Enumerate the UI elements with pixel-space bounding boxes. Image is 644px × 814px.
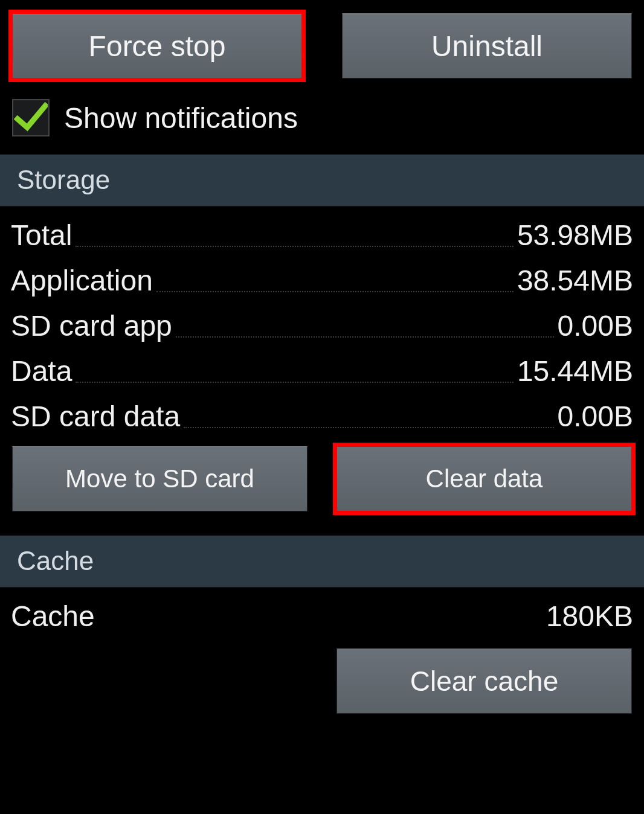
row-filler — [76, 382, 513, 383]
storage-row-application: Application 38.54MB — [11, 252, 633, 297]
cache-rows: Cache 180KB — [0, 588, 644, 635]
show-notifications-row[interactable]: Show notifications — [0, 94, 644, 155]
row-filler — [98, 627, 543, 628]
row-label: SD card data — [11, 400, 180, 433]
cache-buttons-row: Clear cache — [0, 635, 644, 714]
row-filler — [76, 246, 513, 247]
row-label: Data — [11, 354, 72, 388]
row-value: 38.54MB — [517, 264, 633, 297]
cache-row-cache: Cache 180KB — [11, 588, 633, 635]
row-label: SD card app — [11, 309, 172, 342]
row-label: Application — [11, 264, 153, 297]
top-button-row: Force stop Uninstall — [0, 0, 644, 94]
storage-rows: Total 53.98MB Application 38.54MB SD car… — [0, 207, 644, 433]
show-notifications-label: Show notifications — [64, 101, 298, 135]
row-value: 0.00B — [558, 400, 633, 433]
row-value: 0.00B — [558, 309, 633, 342]
row-value: 53.98MB — [517, 219, 633, 252]
storage-row-sdcard-data: SD card data 0.00B — [11, 388, 633, 433]
storage-row-total: Total 53.98MB — [11, 207, 633, 252]
row-filler — [184, 427, 553, 428]
force-stop-button[interactable]: Force stop — [12, 13, 302, 79]
row-value: 15.44MB — [517, 354, 633, 388]
row-filler — [176, 336, 554, 338]
storage-buttons-row: Move to SD card Clear data — [0, 433, 644, 536]
clear-cache-button[interactable]: Clear cache — [336, 649, 632, 714]
move-to-sd-button[interactable]: Move to SD card — [12, 446, 308, 511]
checkmark-icon — [14, 101, 48, 135]
cache-section-header: Cache — [0, 536, 644, 588]
storage-section-header: Storage — [0, 155, 644, 207]
row-label: Total — [11, 219, 72, 252]
row-value: 180KB — [546, 600, 633, 633]
row-label: Cache — [11, 600, 95, 633]
storage-row-data: Data 15.44MB — [11, 342, 633, 388]
clear-data-button[interactable]: Clear data — [336, 446, 632, 511]
row-filler — [156, 291, 514, 292]
uninstall-button[interactable]: Uninstall — [342, 13, 632, 79]
storage-row-sdcard-app: SD card app 0.00B — [11, 297, 633, 342]
show-notifications-checkbox[interactable] — [12, 99, 50, 136]
